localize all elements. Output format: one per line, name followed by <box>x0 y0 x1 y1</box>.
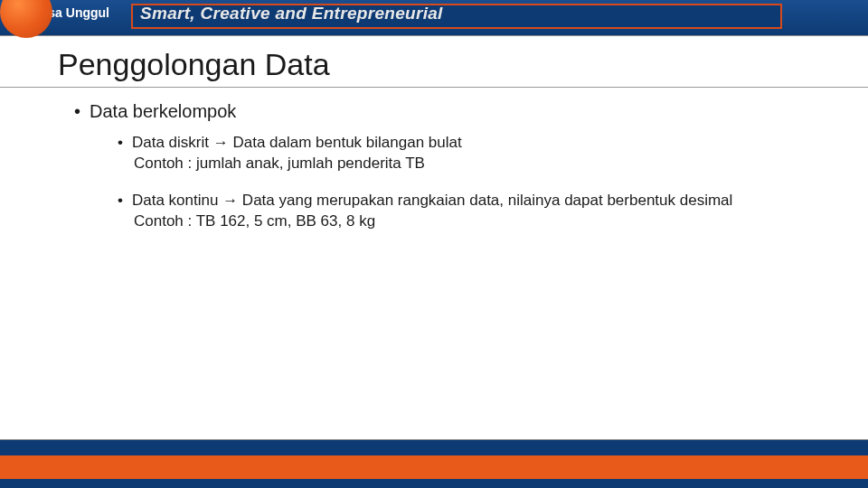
header-bar: Esa Unggul Smart, Creative and Entrepren… <box>0 0 868 36</box>
bullet-level2: Data kontinu → Data yang merupakan rangk… <box>134 191 832 211</box>
slide-title: Penggolongan Data <box>58 47 330 82</box>
bullet-level1: Data berkelompok <box>90 101 832 122</box>
bullet-level2-cont: Contoh : jumlah anak, jumlah penderita T… <box>134 154 832 174</box>
bullet-level2: Data diskrit → Data dalam bentuk bilanga… <box>134 133 832 154</box>
bullet-level2-cont: Contoh : TB 162, 5 cm, BB 63, 8 kg <box>134 211 832 232</box>
footer-stripe-blue-top <box>0 439 868 457</box>
footer-stripe-blue-bottom <box>0 479 868 488</box>
footer-stripe-orange <box>0 455 868 481</box>
header-tagline: Smart, Creative and Entrepreneurial <box>140 4 443 23</box>
title-underline <box>0 87 868 88</box>
logo-emblem-icon <box>0 0 52 38</box>
slide-content: Data berkelompok Data diskrit → Data dal… <box>90 101 832 232</box>
footer <box>0 437 868 488</box>
